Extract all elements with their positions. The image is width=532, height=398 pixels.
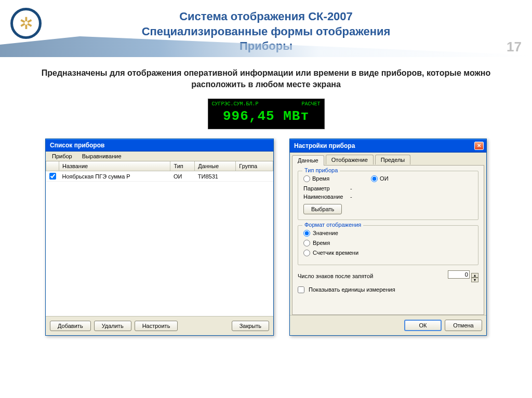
row-name: Ноябрьская ПГЭ сумма Р [59, 171, 170, 182]
instrument-table: Название Тип Данные Группа Ноябрьская ПГ… [46, 161, 273, 182]
row-data: ТИ8531 [195, 171, 236, 182]
tab-limits[interactable]: Пределы [375, 155, 410, 164]
menu-align[interactable]: Выравнивание [78, 152, 126, 160]
select-button[interactable]: Выбрать [303, 204, 342, 214]
description-text: Предназначены для отображения оперативно… [31, 67, 501, 91]
delete-button[interactable]: Удалить [94, 321, 131, 331]
row-type: ОИ [170, 171, 195, 182]
list-area: Название Тип Данные Группа Ноябрьская ПГ… [46, 161, 273, 316]
col-name[interactable]: Название [59, 161, 170, 171]
radio-time-fmt[interactable]: Время [303, 240, 473, 246]
title-line-1: Система отображения СК-2007 [0, 9, 532, 24]
close-button[interactable]: Закрыть [232, 321, 269, 331]
lcd-right-label: РАСЧЕТ [301, 101, 320, 107]
close-icon[interactable]: ✕ [474, 142, 484, 150]
param-label: Параметр [303, 185, 350, 191]
format-group: Формат отображения Значение Время Счетчи… [298, 225, 478, 265]
titlebar[interactable]: Список приборов [46, 139, 273, 152]
group-legend: Тип прибора [302, 167, 340, 173]
cancel-button[interactable]: Отмена [445, 320, 482, 331]
dialog-title: Список приборов [50, 142, 104, 149]
param-value: - [350, 185, 352, 191]
col-type[interactable]: Тип [170, 161, 195, 171]
group-legend: Формат отображения [302, 222, 363, 228]
radio-time[interactable]: Время [303, 175, 329, 182]
tab-display[interactable]: Отображение [326, 155, 374, 164]
page-number: 17 [507, 39, 522, 55]
radio-value[interactable]: Значение [303, 230, 473, 237]
add-button[interactable]: Добавить [50, 321, 91, 331]
col-check[interactable] [46, 161, 59, 171]
decimals-input[interactable] [448, 270, 470, 279]
name-value: - [350, 194, 352, 200]
name-label: Наименование [303, 194, 350, 200]
configure-button[interactable]: Настроить [135, 321, 178, 331]
decimals-label: Число знаков после запятой [298, 273, 373, 279]
show-units-checkbox[interactable]: Показывать единицы измерения [298, 286, 395, 293]
logo-glyph: ✲ [19, 13, 33, 33]
tab-data[interactable]: Данные [292, 155, 324, 166]
menu-instrument[interactable]: Прибор [48, 152, 76, 160]
tabs-row: Данные Отображение Пределы [290, 153, 486, 165]
ok-button[interactable]: ОК [404, 320, 442, 331]
radio-counter[interactable]: Счетчик времени [303, 250, 473, 256]
lcd-instrument: СУГРЭС.СУМ.БЛ.Р РАСЧЕТ 996,45 МВт [208, 99, 325, 129]
spin-down-icon[interactable]: ▼ [471, 278, 478, 282]
row-checkbox[interactable] [49, 173, 56, 180]
logo-icon: ✲ [10, 8, 42, 39]
titlebar[interactable]: Настройки прибора ✕ [290, 139, 486, 153]
lcd-value: 996,45 МВт [210, 107, 323, 127]
menubar: Прибор Выравнивание [46, 152, 273, 161]
lcd-left-label: СУГРЭС.СУМ.БЛ.Р [212, 101, 259, 107]
tab-content: Тип прибора Время ОИ Параметр- Наименова… [292, 165, 484, 315]
dialog-title: Настройки прибора [294, 142, 355, 149]
instrument-list-dialog: Список приборов Прибор Выравнивание Назв… [45, 139, 274, 336]
col-group[interactable]: Группа [236, 161, 273, 171]
row-group [236, 171, 273, 182]
instrument-settings-dialog: Настройки прибора ✕ Данные Отображение П… [289, 139, 487, 336]
table-row[interactable]: Ноябрьская ПГЭ сумма Р ОИ ТИ8531 [46, 171, 273, 182]
instrument-type-group: Тип прибора Время ОИ Параметр- Наименова… [298, 171, 478, 220]
col-data[interactable]: Данные [195, 161, 236, 171]
spin-up-icon[interactable]: ▲ [471, 273, 478, 278]
radio-oi[interactable]: ОИ [371, 175, 388, 182]
slide-header: ✲ Система отображения СК-2007 Специализи… [0, 0, 532, 57]
